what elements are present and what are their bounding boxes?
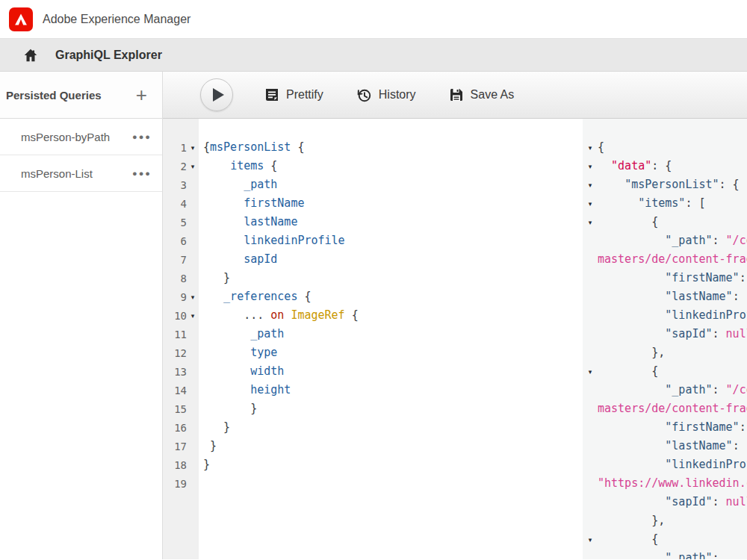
line-number: 4 [163,198,187,210]
fold-arrow-icon[interactable]: ▾ [187,163,199,170]
code-token: : { [651,159,672,172]
result-text: "sapId": null [598,493,747,511]
line-number: 17 [163,441,187,452]
query-line[interactable]: firstName [203,194,583,213]
code-token: { [598,532,658,546]
code-token: "linkedinProfile" [665,308,747,322]
query-line[interactable]: _references { [203,287,583,306]
line-number: 10 [163,310,187,322]
code-token: { [291,140,304,154]
fold-arrow-icon[interactable]: ▾ [187,144,199,152]
query-line[interactable]: } [203,437,583,455]
code-token [598,290,665,303]
line-number: 5 [163,217,187,228]
query-line[interactable]: _path [203,175,583,194]
code-token: { [264,159,277,172]
sidebar-item-msperson-bypath[interactable]: msPerson-byPath ●●● [0,119,162,155]
query-line[interactable]: sapId [203,250,583,269]
result-line: "_path": [583,549,747,559]
result-text: "_path": [598,549,726,559]
code-token [598,327,665,340]
home-icon[interactable] [22,47,39,63]
result-text: "data": { [598,157,672,175]
query-line[interactable]: } [203,418,583,437]
query-line[interactable]: linkedinProfile [203,231,583,250]
editor-gutter: 1▾2▾3456789▾10▾111213141516171819 [163,119,199,559]
code-token [598,196,638,210]
code-token: "_path" [665,234,712,247]
query-item-label: msPerson-List [21,167,93,180]
code-token: width [203,364,284,378]
query-line[interactable]: } [203,399,583,418]
code-token: height [203,383,291,396]
query-line[interactable]: _path [203,325,583,343]
code-token: lastName [203,215,297,228]
code-token: on [270,308,284,322]
save-as-button[interactable]: Save As [449,87,515,102]
result-text: "linkedinProfile": [598,306,747,325]
result-line: "linkedinProfile": [583,306,747,325]
query-line[interactable]: type [203,343,583,362]
fold-arrow-icon[interactable]: ▾ [583,368,598,376]
query-line[interactable]: items { [203,157,583,175]
query-line[interactable]: ... on ImageRef { [203,306,583,325]
history-button[interactable]: History [356,87,416,103]
query-line[interactable]: width [203,362,583,381]
fold-arrow-icon[interactable]: ▾ [583,219,598,226]
sidebar-item-msperson-list[interactable]: msPerson-List ●●● [0,155,162,192]
code-token: ImageRef [291,308,344,322]
fold-arrow-icon[interactable]: ▾ [583,163,598,170]
result-line: "firstName": " [583,269,747,287]
result-text: masters/de/content-fragments/ [598,250,747,269]
result-text: "firstName": " [598,269,747,287]
code-token: "/content/dam/ms- [726,383,747,396]
result-text: "lastName": " [598,437,747,455]
navigation-bar: GraphiQL Explorer [0,39,747,72]
result-text: "msPersonList": { [598,175,740,194]
prettify-icon [264,87,279,102]
execute-query-button[interactable] [200,78,233,111]
prettify-label: Prettify [286,88,323,102]
ellipsis-icon[interactable]: ●●● [132,132,152,141]
line-number: 6 [163,235,187,247]
line-number: 19 [163,478,187,490]
code-token: _path [203,327,284,340]
code-token [598,420,665,434]
code-token: } [203,402,257,415]
code-token: { [598,215,658,228]
code-token: } [203,458,210,471]
code-token: null [726,327,747,340]
code-token: : [740,271,747,284]
fold-arrow-icon[interactable]: ▾ [583,200,598,208]
code-token: }, [598,514,665,527]
fold-arrow-icon[interactable]: ▾ [583,536,598,544]
ellipsis-icon[interactable]: ●●● [132,169,152,178]
code-token: "data" [611,159,651,172]
query-line[interactable]: {msPersonList { [203,138,583,157]
result-text: masters/de/content-fragments/ [598,399,747,418]
line-number: 18 [163,459,187,471]
code-token [203,290,223,303]
code-token: ... [203,308,270,322]
code-token: { [345,308,359,322]
result-text: "firstName": " [598,418,747,437]
query-line[interactable]: height [203,381,583,399]
query-editor[interactable]: {msPersonList { items { _path firstName … [199,119,583,559]
fold-arrow-icon[interactable]: ▾ [187,312,199,320]
code-token [598,308,665,322]
fold-arrow-icon[interactable]: ▾ [583,181,598,189]
query-line[interactable] [203,474,583,493]
add-query-button[interactable]: + [136,87,147,102]
code-token: "firstName" [665,271,739,284]
query-line[interactable]: lastName [203,213,583,231]
code-token: { [598,140,604,154]
line-number: 11 [163,329,187,340]
code-token: "items" [638,196,685,210]
query-line[interactable]: } [203,269,583,287]
query-line[interactable]: } [203,455,583,474]
fold-arrow-icon[interactable]: ▾ [187,293,199,301]
result-line: "lastName": " [583,437,747,455]
fold-arrow-icon[interactable]: ▾ [583,144,598,152]
code-token: "linkedinProfile" [665,458,747,471]
prettify-button[interactable]: Prettify [264,87,323,102]
